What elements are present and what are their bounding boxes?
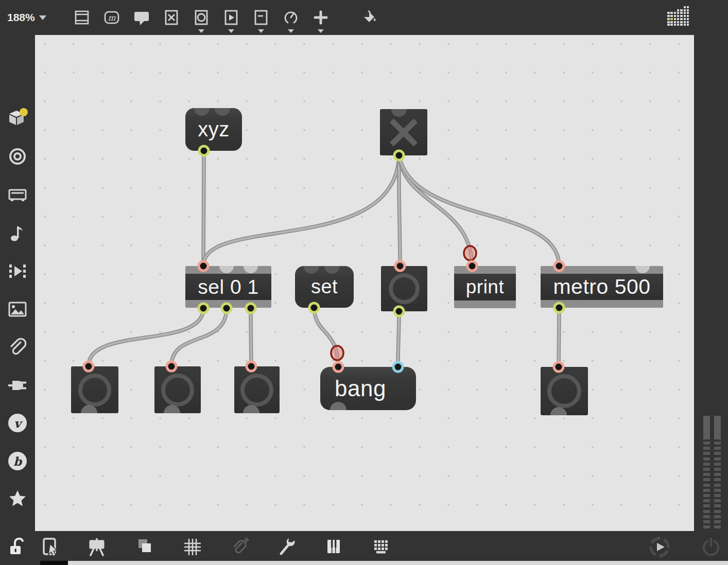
music-note-icon[interactable] — [7, 222, 28, 244]
chevron-down-icon — [288, 29, 294, 33]
layers-icon[interactable] — [132, 535, 156, 559]
new-object-box-icon[interactable] — [73, 8, 91, 27]
horizontal-scrollbar[interactable] — [40, 561, 728, 565]
power-icon[interactable] — [699, 535, 723, 559]
zoom-dropdown[interactable]: 188% — [7, 9, 46, 26]
chevron-down-icon — [228, 29, 234, 33]
grid-icon[interactable] — [180, 535, 204, 559]
object-palette-icon[interactable] — [667, 6, 691, 28]
piano-keys-icon[interactable] — [322, 535, 345, 559]
chevron-down-icon — [198, 29, 204, 33]
outlet-port[interactable] — [393, 306, 405, 317]
outlet-port[interactable] — [198, 145, 210, 157]
top-toolbar: 188% m — [0, 0, 728, 35]
zoom-level-label: 188% — [7, 11, 35, 24]
chevron-down-icon — [39, 15, 46, 20]
inlet-port[interactable] — [166, 361, 178, 373]
amp-icon[interactable] — [7, 184, 28, 206]
plug-icon[interactable] — [7, 375, 28, 396]
new-button-icon[interactable] — [193, 8, 210, 27]
left-sidebar: v b — [0, 35, 35, 531]
new-comment-icon[interactable] — [133, 8, 150, 27]
package-browser-icon[interactable] — [7, 107, 28, 129]
cord-red-marker — [464, 246, 476, 260]
vizzie-v-icon[interactable]: v — [7, 412, 28, 434]
inlet-port[interactable] — [83, 361, 95, 373]
paperclip-icon[interactable] — [7, 336, 28, 358]
add-object-icon[interactable] — [312, 8, 330, 27]
patch-cords-layer — [35, 35, 694, 531]
patch-cord[interactable] — [89, 151, 559, 366]
lock-open-icon[interactable] — [6, 535, 30, 559]
new-dial-icon[interactable] — [282, 8, 300, 27]
wrench-icon[interactable] — [275, 535, 299, 559]
paint-bucket-icon[interactable] — [360, 8, 378, 27]
right-sidebar — [694, 35, 728, 531]
svg-text:m: m — [108, 13, 116, 23]
attach-clip-disabled-icon[interactable] — [228, 535, 251, 559]
video-playback-icon[interactable] — [7, 260, 28, 282]
inlet-port[interactable] — [466, 260, 478, 272]
outlet-port[interactable] — [553, 302, 565, 314]
new-playbar-icon[interactable] — [222, 8, 240, 27]
beap-b-icon[interactable]: b — [7, 450, 28, 472]
inlet-port[interactable] — [198, 260, 210, 272]
shortcut-keyboard-icon[interactable] — [369, 535, 393, 559]
outlet-port[interactable] — [221, 303, 233, 314]
bottom-toolbar — [0, 531, 728, 562]
inlet-port[interactable] — [553, 260, 565, 272]
target-icon[interactable] — [7, 146, 28, 167]
new-message-box-icon[interactable]: m — [103, 8, 120, 27]
scrollbar-handle[interactable] — [40, 561, 68, 565]
transport-play-icon[interactable] — [648, 535, 671, 559]
notification-dot — [20, 108, 28, 116]
inlet-port-right[interactable] — [392, 361, 404, 373]
max-patcher-window: { "window": { "app": "Max patcher (edit … — [0, 0, 728, 565]
new-toggle-icon[interactable] — [163, 8, 180, 27]
outlet-port[interactable] — [198, 303, 210, 314]
selection-cursor-icon[interactable] — [39, 535, 62, 559]
image-icon[interactable] — [7, 298, 28, 320]
outlet-port[interactable] — [245, 303, 257, 314]
presentation-icon[interactable] — [85, 535, 109, 559]
favorites-star-icon[interactable] — [7, 488, 28, 509]
chevron-down-icon — [258, 29, 264, 33]
chevron-down-icon — [318, 29, 324, 33]
patcher-canvas[interactable]: xyz sel 0 1 set print metro 500 bang — [35, 35, 694, 531]
inlet-port[interactable] — [246, 361, 257, 373]
cord-red-marker — [331, 346, 343, 360]
inlet-port[interactable] — [553, 361, 565, 373]
outlet-port[interactable] — [393, 150, 405, 162]
inlet-port[interactable] — [394, 260, 406, 272]
outlet-port[interactable] — [308, 302, 320, 314]
new-number-box-icon[interactable] — [252, 8, 270, 27]
inlet-port[interactable] — [333, 361, 344, 373]
